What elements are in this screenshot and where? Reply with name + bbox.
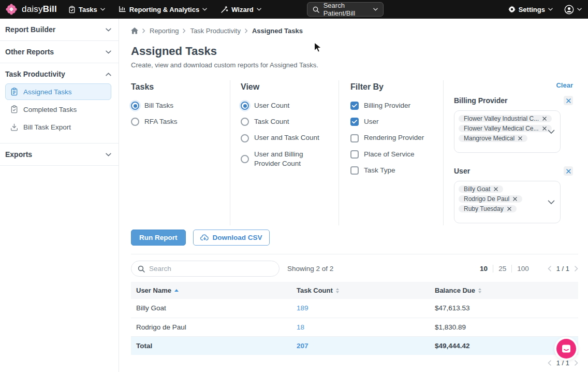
radio-button[interactable] [241,118,249,126]
download-csv-button[interactable]: Download CSV [193,230,270,246]
page-size-100[interactable]: 100 [511,265,534,273]
sidebar-group-exports[interactable]: Exports [5,150,111,159]
radio-button[interactable] [131,118,139,126]
radio-user-count[interactable]: User Count [241,101,330,110]
prev-page-icon[interactable] [548,266,551,271]
sidebar-group-task-productivity[interactable]: Task Productivity [5,70,111,78]
checkbox-place-of-service[interactable]: Place of Service [350,150,435,159]
column-header-balance-due[interactable]: Balance Due [430,282,578,299]
radio-button-selected[interactable] [131,102,139,110]
page-subtitle: Create, view and download custom reports… [131,61,578,69]
sidebar-item-completed-tasks[interactable]: Completed Tasks [5,101,111,118]
remove-chip-icon[interactable] [542,126,547,131]
nav-menu-settings-label: Settings [519,6,545,13]
sidebar-group-report-builder[interactable]: Report Builder [5,25,111,34]
sidebar-item-assigned-tasks[interactable]: Assigned Tasks [5,83,111,100]
checkbox-label: Billing Provider [364,101,410,110]
remove-billing-provider-filter-button[interactable] [564,96,573,105]
report-config-panel: Tasks Bill Tasks RFA Tasks View User Cou… [131,80,578,225]
checkbox-task-type[interactable]: Task Type [350,166,435,175]
remove-chip-icon[interactable] [542,117,547,121]
radio-user-and-task-count[interactable]: User and Task Count [241,133,330,142]
checkbox-unchecked[interactable] [350,166,359,175]
filter-chip: Ruby Tuesday [459,205,517,212]
sort-icon [336,288,339,293]
home-icon[interactable] [131,27,138,34]
daisy-flower-icon [5,3,18,16]
table-search[interactable] [131,261,280,277]
search-icon [138,265,145,273]
task-count-link[interactable]: 189 [297,304,308,312]
sort-icon [478,288,481,293]
sidebar-group-other-reports[interactable]: Other Reports [5,48,111,56]
sort-asc-icon [174,289,179,292]
remove-user-filter-button[interactable] [564,166,573,176]
chevron-down-icon[interactable] [548,130,555,134]
remove-chip-icon[interactable] [507,207,511,211]
column-header-user-name[interactable]: User Name [131,282,291,299]
radio-bill-tasks[interactable]: Bill Tasks [131,101,222,110]
checkbox-rendering-provider[interactable]: Rendering Provider [350,133,435,142]
check-icon [352,104,357,108]
cell-user-name: Rodrigo de Paul [131,318,291,336]
table-pagination-top: 1 / 1 [548,265,578,273]
radio-button[interactable] [241,134,249,142]
table-row: Rodrigo de Paul 18 $1,830.89 [131,318,578,336]
chevron-down-icon[interactable] [548,200,555,205]
checkbox-unchecked[interactable] [350,134,359,142]
close-icon [566,98,571,103]
billing-provider-multiselect[interactable]: Flower Valley Industrial C... Flower Val… [454,110,561,153]
sidebar-group-label: Task Productivity [5,70,65,78]
user-multiselect[interactable]: Billy Goat Rodrigo De Paul Ruby Tuesday [454,181,561,223]
chat-icon [561,344,571,354]
radio-task-count[interactable]: Task Count [241,117,330,126]
checkbox-user[interactable]: User [350,117,435,126]
checkbox-billing-provider[interactable]: Billing Provider [350,101,435,110]
remove-chip-icon[interactable] [513,197,517,201]
brand-name: daisyBill [22,4,57,15]
nav-menu-settings[interactable]: Settings [508,6,553,13]
chevron-down-icon [100,8,105,11]
nav-menu-reporting-analytics[interactable]: Reporting & Analytics [119,6,207,13]
next-page-icon[interactable] [575,266,578,271]
clear-filters-link[interactable]: Clear [556,81,573,89]
radio-button[interactable] [241,155,249,163]
prev-page-icon[interactable] [548,360,551,366]
sidebar-item-bill-task-export[interactable]: Bill Task Export [5,119,111,135]
column-header-task-count[interactable]: Task Count [291,282,430,299]
checkbox-unchecked[interactable] [350,150,359,159]
radio-user-and-billing-provider-count[interactable]: User and Billing Provider Count [241,150,330,168]
checkbox-checked[interactable] [350,102,359,110]
radio-button-selected[interactable] [241,102,249,110]
page-size-10[interactable]: 10 [475,265,493,273]
radio-label: Task Count [254,117,289,126]
selected-filters-panel: Clear Billing Provider Flower Valley Ind… [444,80,578,225]
total-task-count-link[interactable]: 207 [297,342,308,350]
user-account-menu[interactable] [564,5,582,15]
breadcrumb-reporting[interactable]: Reporting [150,27,179,35]
nav-menu-wizard[interactable]: Wizard [220,6,261,13]
radio-label: User and Billing Provider Count [254,150,330,168]
gear-icon [508,6,516,13]
checkbox-label: User [364,117,379,126]
tasks-section-title: Tasks [131,82,222,92]
remove-chip-icon[interactable] [518,136,522,140]
radio-rfa-tasks[interactable]: RFA Tasks [131,117,222,126]
chat-bubble-button[interactable] [556,339,576,359]
table-search-input[interactable] [149,265,273,273]
remove-chip-icon[interactable] [494,187,498,191]
top-navbar: daisyBill Tasks Reporting & Analytics Wi… [0,0,588,19]
global-search-button[interactable]: Search Patient/Bill [307,2,384,17]
run-report-button[interactable]: Run Report [131,230,186,246]
breadcrumb-task-productivity[interactable]: Task Productivity [190,27,241,35]
nav-menu-tasks[interactable]: Tasks [68,6,105,13]
radio-label: User Count [254,101,289,110]
clipboard-icon [68,6,76,13]
next-page-icon[interactable] [575,360,578,366]
daisybill-logo[interactable]: daisyBill [5,3,57,16]
check-icon [352,120,357,124]
task-count-link[interactable]: 18 [297,323,304,331]
user-filter-label: User [454,167,470,175]
checkbox-checked[interactable] [350,118,359,126]
page-size-25[interactable]: 25 [493,265,511,273]
